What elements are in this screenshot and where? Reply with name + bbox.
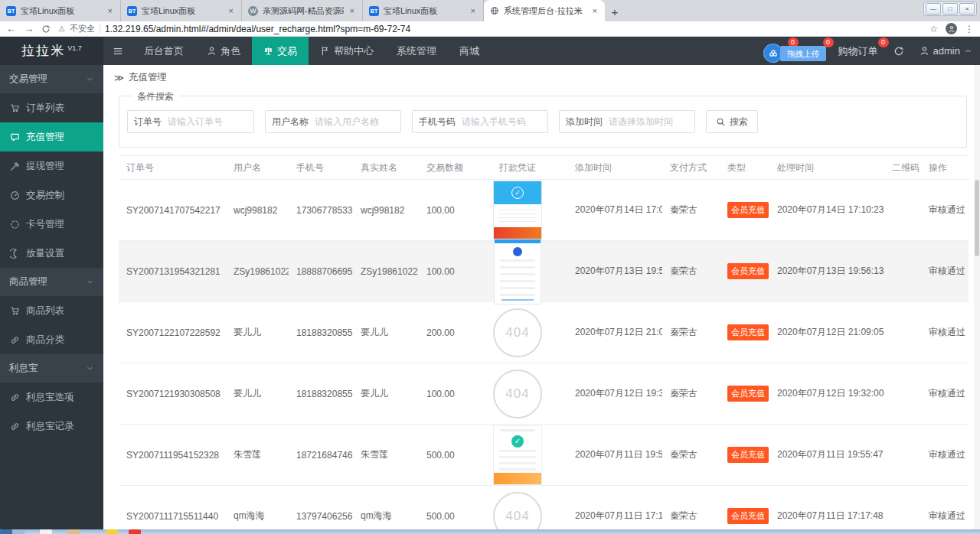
sidebar-group-交易管理[interactable]: 交易管理 [0,65,103,93]
table-row: SY2007121930308508要儿儿18188320855要儿儿100.0… [119,363,969,425]
sidebar-group-利息宝[interactable]: 利息宝 [0,354,103,383]
voucher-image[interactable] [494,239,541,304]
table-row: SY2007141707542217wcj99818217306778533wc… [119,180,969,241]
tab-close-icon[interactable]: × [469,6,477,15]
column-header: 类型 [720,161,769,174]
taskbar-app-3[interactable] [67,529,80,534]
nav-item-交易[interactable]: 交易 [252,37,309,65]
wordpress-icon: W [248,6,258,16]
scrollbar-thumb[interactable] [975,180,979,256]
menu-toggle-icon[interactable] [103,37,132,65]
tab-title: 系统管理后台·拉拉米 [504,5,586,17]
voucher-404-label: 404 [505,509,529,524]
tab-close-icon[interactable]: × [227,6,235,15]
browser-tab[interactable]: W亲测源码网-精品资源站长亲测× [242,0,363,21]
minimize-button[interactable]: — [926,3,941,15]
table-row: SY2007111715511440qm海海13797406256qm海海500… [119,486,969,529]
tab-close-icon[interactable]: × [106,6,114,15]
scale-icon [263,46,273,56]
upload-tooltip-label: 拖拽上传 [780,46,826,61]
sidebar: 交易管理订单列表充值管理提现管理交易控制卡号管理放量设置商品管理商品列表商品分类… [0,65,103,529]
nav-item-帮助中心[interactable]: 帮助中心 [309,37,385,65]
user-menu[interactable]: admin [920,45,972,57]
search-input-用户名称[interactable] [315,116,400,127]
drag-upload-widget[interactable]: 拖拽上传 [764,44,826,62]
person-icon [948,25,956,33]
cell-real-name: 朱雪莲 [353,448,419,461]
chevron-down-icon [86,278,94,286]
browser-tab[interactable]: BT宝塔Linux面板× [121,0,242,21]
back-icon[interactable]: ← [6,24,16,34]
browser-tab[interactable]: 系统管理后台·拉拉米× [484,0,605,21]
cell-type: 会员充值 [720,447,769,463]
nav-item-商城[interactable]: 商城 [448,37,491,65]
voucher-image[interactable]: ✓ [493,425,542,485]
table-header-row: 订单号用户名手机号真实姓名交易数额打款凭证添加时间支付方式类型处理时间二维码操作 [119,155,969,180]
taskbar-app-4[interactable] [106,529,118,534]
search-button-label: 搜索 [730,116,748,129]
tab-close-icon[interactable]: × [348,6,356,15]
search-input-订单号[interactable] [168,116,253,127]
sidebar-item-放量设置[interactable]: 放量设置 [0,239,103,268]
cell-add-time: 2020年07月12日 21:07:22 [567,326,662,339]
forward-icon[interactable]: → [24,24,34,34]
taskbar-app-5[interactable] [129,529,141,534]
nav-item-label: 交易 [277,44,297,58]
cell-phone: 18721684746 [289,450,353,461]
address-bar[interactable]: ⚠ 不安全 1.32.219.65/admin.html#/admin/deal… [58,22,922,35]
browser-tab[interactable]: BT宝塔Linux面板× [0,0,121,21]
cell-order-no: SY2007121930308508 [119,389,226,399]
reload-icon[interactable] [41,24,51,34]
search-input-添加时间[interactable] [609,116,694,127]
tab-close-icon[interactable]: × [591,6,599,15]
sidebar-item-提现管理[interactable]: 提现管理 [0,151,103,181]
browser-menu-icon[interactable]: ⋮ [965,24,974,34]
close-button[interactable]: × [959,3,975,15]
column-header: 支付方式 [662,161,720,174]
nav-item-系统管理[interactable]: 系统管理 [385,37,448,65]
sidebar-item-交易控制[interactable]: 交易控制 [0,181,103,210]
cell-process-time: 2020年07月11日 19:55:47 [769,448,884,461]
sidebar-item-卡号管理[interactable]: 卡号管理 [0,210,103,239]
voucher-image[interactable]: ✓ [493,181,542,240]
taskbar-app-2[interactable] [40,529,52,534]
restore-button[interactable]: □ [942,3,958,15]
taskbar-sliver [0,529,980,534]
nav-item-后台首页[interactable]: 后台首页 [132,37,195,65]
cell-type: 会员充值 [720,508,769,524]
cell-process-time: 2020年07月14日 17:10:23 [769,204,884,217]
sidebar-item-商品分类[interactable]: 商品分类 [0,325,103,354]
scrollbar[interactable] [974,65,980,529]
tab-title: 宝塔Linux面板 [142,5,223,17]
taskbar-start[interactable] [0,529,12,534]
taskbar-app-1[interactable] [12,529,24,534]
cell-add-time: 2020年07月11日 19:54:15 [567,448,662,461]
sidebar-item-商品列表[interactable]: 商品列表 [0,296,103,325]
sidebar-group-label: 利息宝 [9,362,38,375]
new-tab-button[interactable]: + [605,2,625,21]
bookmark-star-icon[interactable]: ☆ [929,24,938,34]
person-icon [207,46,217,56]
browser-tab[interactable]: BT宝塔Linux面板× [363,0,484,21]
sidebar-group-label: 商品管理 [9,275,47,288]
breadcrumb-symbol: ≫ [114,72,124,83]
cell-order-no: SY2007131954321281 [119,266,226,277]
chevron-up-icon [964,47,972,55]
sidebar-item-充值管理[interactable]: 充值管理 [0,122,103,151]
cell-type: 会员充值 [720,202,769,218]
nav-badge-item-购物订单[interactable]: 购物订单0 [838,44,878,58]
browser-toolbar: ← → ⚠ 不安全 1.32.219.65/admin.html#/admin/… [0,21,980,37]
sidebar-group-商品管理[interactable]: 商品管理 [0,268,103,296]
sidebar-item-利息宝记录[interactable]: 利息宝记录 [0,412,103,441]
page-refresh-button[interactable] [893,46,904,57]
profile-avatar-icon[interactable] [946,23,957,34]
nav-item-角色[interactable]: 角色 [195,37,252,65]
menu-icon [113,46,123,57]
window-controls: —□× [923,2,977,16]
search-input-手机号码[interactable] [462,116,547,127]
sidebar-item-订单列表[interactable]: 订单列表 [0,93,103,122]
search-button[interactable]: 搜索 [706,110,758,133]
bt-logo-icon: BT [127,6,137,16]
column-header: 处理时间 [769,161,884,174]
sidebar-item-利息宝选项[interactable]: 利息宝选项 [0,383,103,412]
